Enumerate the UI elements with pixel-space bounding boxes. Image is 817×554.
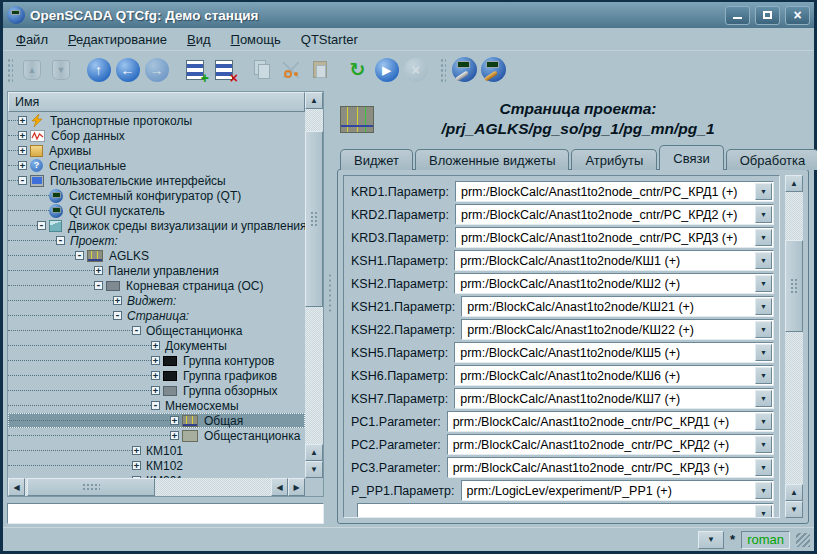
tab-inactive[interactable]: Обработка — [726, 149, 817, 170]
cut-button[interactable] — [276, 55, 305, 84]
collapse-icon[interactable]: - — [151, 401, 160, 410]
tree-item-13[interactable]: +Виджет: — [8, 293, 305, 308]
link-combobox-PC1[interactable]: prm:/BlockCalc/Anast1to2node_cntr/PC_КРД… — [447, 411, 774, 432]
link-combobox-KRD1[interactable]: prm:/BlockCalc/Anast1to2node_cntr/PC_КРД… — [455, 181, 774, 202]
collapse-icon[interactable]: - — [94, 281, 103, 290]
tree-item-4[interactable]: +?Специальные — [8, 158, 305, 173]
scroll-up-icon[interactable]: ▲ — [305, 92, 323, 109]
tree-filter-input[interactable] — [7, 503, 324, 524]
scroll-track[interactable] — [25, 478, 271, 496]
expand-icon[interactable]: + — [18, 116, 27, 125]
qtstarter-config-button[interactable] — [450, 55, 479, 84]
minimize-button[interactable] — [725, 6, 750, 25]
qtstarter-vision-button[interactable] — [479, 55, 508, 84]
tree-item-15[interactable]: -Общестанционка — [8, 323, 305, 338]
scroll-up-icon[interactable]: ▲ — [785, 484, 803, 501]
expand-icon[interactable]: + — [132, 461, 141, 470]
tree-item-22[interactable]: +Общестанционка — [8, 428, 305, 443]
tree-item-17[interactable]: +Группа контуров — [8, 353, 305, 368]
tab-active[interactable]: Связи — [659, 145, 723, 170]
link-combobox-KSH7[interactable]: prm:/BlockCalc/Anast1to2node/КШ7 (+)▼ — [454, 388, 774, 409]
chevron-down-icon[interactable]: ▼ — [755, 390, 772, 407]
link-combobox-KRD3[interactable]: prm:/BlockCalc/Anast1to2node_cntr/PC_КРД… — [455, 227, 774, 248]
scroll-track[interactable] — [305, 109, 323, 444]
tab-inactive[interactable]: Атрибуты — [571, 149, 657, 170]
scroll-up-icon[interactable]: ▲ — [305, 444, 323, 461]
paste-button[interactable] — [305, 55, 334, 84]
chevron-down-icon[interactable]: ▼ — [755, 436, 772, 453]
chevron-down-icon[interactable]: ▼ — [755, 298, 772, 315]
chevron-down-icon[interactable]: ▼ — [755, 482, 772, 499]
menu-file[interactable]: Файл — [7, 30, 57, 49]
chevron-down-icon[interactable]: ▼ — [755, 344, 772, 361]
chevron-down-icon[interactable]: ▼ — [755, 275, 772, 292]
scroll-left-icon[interactable]: ◀ — [271, 478, 288, 496]
tree-item-10[interactable]: -AGLKS — [8, 248, 305, 263]
tree-item-12[interactable]: -Корневая страница (ОС) — [8, 278, 305, 293]
scroll-thumb[interactable] — [785, 240, 803, 332]
add-item-button[interactable]: + — [180, 55, 209, 84]
resize-grip[interactable] — [796, 533, 810, 547]
menu-qtstarter[interactable]: QTStarter — [292, 30, 367, 49]
expand-icon[interactable]: + — [151, 386, 160, 395]
expand-icon[interactable]: + — [151, 356, 160, 365]
link-combobox-KSH1[interactable]: prm:/BlockCalc/Anast1to2node/КШ1 (+)▼ — [454, 250, 774, 271]
tree-item-3[interactable]: +Архивы — [8, 143, 305, 158]
load-button[interactable]: ▲ — [17, 55, 46, 84]
chevron-down-icon[interactable]: ▼ — [755, 252, 772, 269]
chevron-down-icon[interactable]: ▼ — [755, 459, 772, 476]
menu-view[interactable]: Вид — [178, 30, 220, 49]
tree-item-5[interactable]: -Пользовательские интерфейсы — [8, 173, 305, 188]
copy-button[interactable] — [247, 55, 276, 84]
tree-item-16[interactable]: +Документы — [8, 338, 305, 353]
expand-icon[interactable]: + — [113, 296, 122, 305]
menu-help[interactable]: Помощь — [222, 30, 290, 49]
stop-button[interactable]: × — [401, 55, 430, 84]
scroll-down-icon[interactable]: ▼ — [305, 461, 323, 478]
link-combobox-KSH21[interactable]: prm:/BlockCalc/Anast1to2node/КШ21 (+)▼ — [461, 296, 774, 317]
tree-item-6[interactable]: Системный конфигуратор (QT) — [8, 188, 305, 203]
save-button[interactable]: ▼ — [46, 55, 75, 84]
tab-inactive[interactable]: Вложенные виджеты — [415, 149, 570, 170]
forward-button[interactable]: → — [142, 55, 171, 84]
tree-item-8[interactable]: -Движок среды визуализации и управления — [8, 218, 305, 233]
expand-icon[interactable]: + — [94, 266, 103, 275]
tree-item-11[interactable]: +Панели управления — [8, 263, 305, 278]
scroll-thumb[interactable] — [305, 131, 323, 307]
link-combobox-row-15[interactable]: ▼ — [357, 503, 774, 518]
chevron-down-icon[interactable]: ▼ — [755, 183, 772, 200]
link-combobox-KSH22[interactable]: prm:/BlockCalc/Anast1to2node/КШ22 (+)▼ — [461, 319, 774, 340]
tree-item-21[interactable]: +Общая — [8, 413, 305, 428]
tree-item-24[interactable]: +КМ102 — [8, 458, 305, 473]
delete-item-button[interactable]: × — [209, 55, 238, 84]
chevron-down-icon[interactable]: ▼ — [755, 229, 772, 246]
toolbar-handle[interactable] — [7, 58, 13, 82]
expand-icon[interactable]: + — [18, 146, 27, 155]
tree-item-20[interactable]: -Мнемосхемы — [8, 398, 305, 413]
scroll-up-icon[interactable]: ▲ — [785, 175, 803, 192]
menu-edit[interactable]: Редактирование — [59, 30, 176, 49]
expand-icon[interactable]: + — [18, 161, 27, 170]
tree-item-1[interactable]: +Транспортные протоколы — [8, 113, 305, 128]
scroll-thumb[interactable] — [27, 478, 155, 496]
status-dropdown-button[interactable]: ▼ — [698, 531, 724, 549]
chevron-down-icon[interactable]: ▼ — [755, 505, 772, 518]
collapse-icon[interactable]: - — [37, 221, 46, 230]
tree-item-23[interactable]: +КМ101 — [8, 443, 305, 458]
scroll-down-icon[interactable]: ▼ — [785, 501, 803, 518]
chevron-down-icon[interactable]: ▼ — [755, 321, 772, 338]
expand-icon[interactable]: + — [132, 446, 141, 455]
collapse-icon[interactable]: - — [113, 311, 122, 320]
expand-icon[interactable]: + — [151, 371, 160, 380]
refresh-button[interactable]: ↻ — [343, 55, 372, 84]
tree-item-9[interactable]: -Проект: — [8, 233, 305, 248]
tree-item-7[interactable]: Qt GUI пускатель — [8, 203, 305, 218]
back-button[interactable]: ← — [113, 55, 142, 84]
tree-column-header[interactable]: Имя — [8, 92, 305, 112]
tree-item-18[interactable]: +Группа графиков — [8, 368, 305, 383]
tree-item-19[interactable]: +Группа обзорных — [8, 383, 305, 398]
maximize-button[interactable] — [755, 6, 780, 25]
link-combobox-PC2[interactable]: prm:/BlockCalc/Anast1to2node_cntr/PC_КРД… — [447, 434, 774, 455]
start-button[interactable]: ▶ — [372, 55, 401, 84]
close-button[interactable]: × — [785, 6, 810, 25]
